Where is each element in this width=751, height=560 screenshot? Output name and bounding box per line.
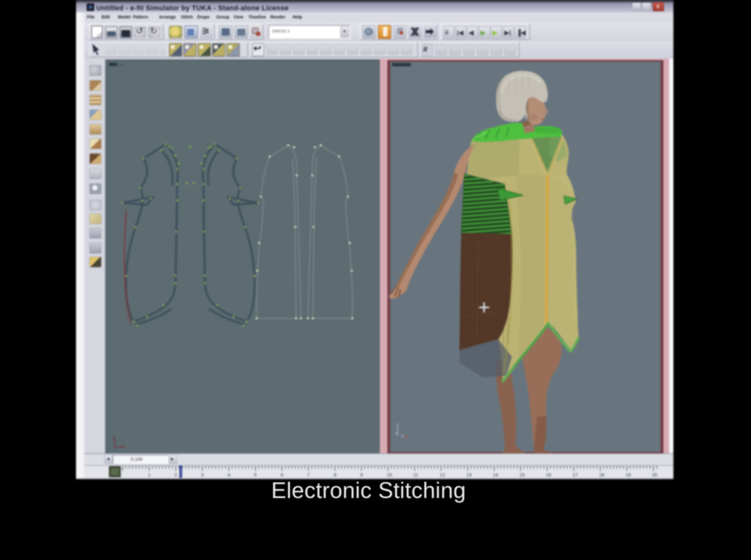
- svg-text:18: 18: [599, 472, 604, 477]
- svg-text:9: 9: [360, 472, 363, 477]
- svg-text:17: 17: [573, 472, 578, 477]
- svg-text:13: 13: [466, 472, 471, 477]
- svg-text:11: 11: [413, 472, 418, 477]
- svg-text:1: 1: [148, 472, 150, 477]
- svg-text:10: 10: [387, 472, 392, 477]
- svg-text:5: 5: [254, 472, 257, 477]
- svg-text:4: 4: [227, 472, 230, 477]
- svg-text:20: 20: [652, 472, 657, 477]
- svg-text:2: 2: [175, 472, 177, 477]
- svg-text:8: 8: [333, 472, 336, 477]
- svg-text:6: 6: [281, 472, 283, 477]
- svg-text:14: 14: [493, 472, 498, 477]
- svg-text:Flat: Flat: [118, 63, 125, 67]
- svg-text:12: 12: [440, 472, 445, 477]
- svg-text:3: 3: [201, 472, 203, 477]
- svg-text:15: 15: [520, 472, 525, 477]
- svg-text:16: 16: [546, 472, 551, 477]
- svg-text:19: 19: [626, 472, 631, 477]
- svg-text:7: 7: [307, 472, 310, 477]
